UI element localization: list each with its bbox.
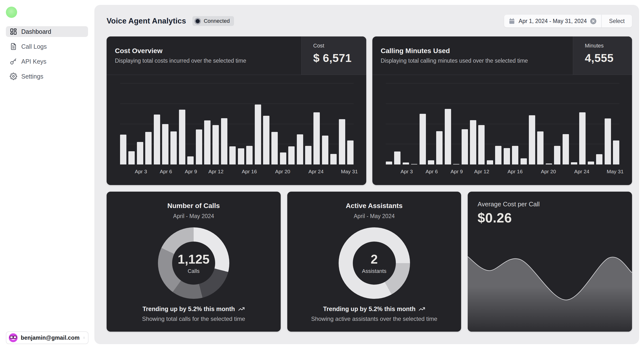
bar bbox=[495, 146, 502, 164]
x-axis-label: Apr 12 bbox=[208, 169, 224, 175]
bar bbox=[170, 131, 177, 164]
select-range-button[interactable]: Select bbox=[602, 15, 632, 28]
bar bbox=[246, 146, 252, 164]
bar bbox=[255, 105, 261, 164]
bar bbox=[478, 125, 484, 164]
bar bbox=[394, 152, 400, 164]
bar bbox=[137, 142, 143, 164]
sidebar-item-dashboard[interactable]: Dashboard bbox=[6, 26, 88, 37]
trend-line: Trending up by 5.2% this month bbox=[142, 305, 245, 312]
bar bbox=[470, 120, 476, 164]
bar bbox=[204, 120, 210, 164]
cost-stat-panel: Cost $ 6,571 bbox=[301, 37, 366, 75]
sidebar-item-api-keys[interactable]: API Keys bbox=[6, 56, 88, 67]
clear-date-button[interactable] bbox=[590, 18, 596, 24]
stat-value: $ 6,571 bbox=[313, 51, 361, 65]
x-axis-label: Apr 3 bbox=[400, 169, 413, 175]
bar bbox=[596, 154, 602, 164]
bar bbox=[605, 118, 611, 164]
trend-subtext: Showing active assistants over the selec… bbox=[311, 315, 437, 322]
bar bbox=[322, 136, 328, 164]
x-axis-label: Apr 16 bbox=[242, 169, 257, 175]
user-avatar bbox=[9, 333, 18, 342]
minutes-stat-panel: Minutes 4,555 bbox=[573, 37, 632, 75]
summary-row: Number of Calls April - May 2024 1,125 C… bbox=[106, 192, 632, 332]
card-header: Calling Minutes Used Displaying total ca… bbox=[372, 37, 632, 75]
card-header: Cost Overview Displaying total costs inc… bbox=[106, 37, 366, 75]
bar bbox=[554, 146, 560, 164]
trend-subtext: Showing total calls for the selected tim… bbox=[142, 315, 245, 322]
bar bbox=[179, 110, 185, 164]
bar bbox=[504, 148, 510, 164]
x-axis-label: Apr 24 bbox=[574, 169, 590, 175]
dashboard-icon bbox=[10, 28, 17, 35]
user-email: benjamin@gmail.com bbox=[21, 334, 80, 341]
bar bbox=[212, 125, 219, 164]
bar bbox=[487, 160, 493, 164]
bar bbox=[546, 163, 552, 164]
card-title: Active Assistants bbox=[346, 202, 402, 210]
bar bbox=[571, 162, 577, 164]
stat-label: Cost bbox=[313, 43, 361, 49]
donut-center-value: 2 bbox=[371, 252, 378, 266]
donut-center-label: Calls bbox=[188, 268, 200, 274]
date-range-control: Apr 1, 2024 - May 31, 2024 Select bbox=[504, 15, 632, 28]
x-axis-label: Apr 20 bbox=[275, 169, 290, 175]
calls-donut-chart: 1,125 Calls bbox=[158, 227, 229, 299]
bar bbox=[263, 116, 270, 164]
status-label: Connected bbox=[204, 18, 230, 24]
card-title: Cost Overview bbox=[115, 47, 293, 55]
bar bbox=[221, 118, 228, 164]
bar bbox=[162, 124, 168, 165]
bar bbox=[187, 156, 194, 164]
card-subtitle: April - May 2024 bbox=[173, 213, 214, 220]
calendar-icon bbox=[508, 18, 515, 25]
x-axis-label: Apr 6 bbox=[160, 169, 172, 175]
x-axis-label: Apr 9 bbox=[450, 169, 463, 175]
date-range-button[interactable]: Apr 1, 2024 - May 31, 2024 bbox=[504, 15, 601, 28]
bar bbox=[520, 158, 527, 164]
main-content: Voice Agent Analytics Connected Apr 1, 2… bbox=[94, 5, 639, 344]
key-icon bbox=[10, 58, 17, 65]
bar bbox=[339, 119, 345, 164]
bar bbox=[288, 146, 294, 164]
donut-center-label: Assistants bbox=[362, 268, 386, 274]
status-dot-icon bbox=[194, 18, 201, 25]
x-axis-label: Apr 20 bbox=[541, 169, 556, 175]
app-logo[interactable] bbox=[6, 7, 17, 18]
minutes-bar-chart: Apr 3Apr 6Apr 9Apr 12Apr 16Apr 20Apr 24M… bbox=[386, 84, 619, 164]
bar bbox=[154, 115, 160, 164]
x-axis-label: May 31 bbox=[607, 169, 624, 175]
bar bbox=[314, 112, 320, 164]
bar bbox=[386, 162, 392, 164]
bar bbox=[562, 134, 569, 164]
bar bbox=[420, 114, 426, 164]
bar bbox=[579, 112, 586, 164]
cost-bar-chart: Apr 3Apr 6Apr 9Apr 12Apr 16Apr 20Apr 24M… bbox=[120, 84, 354, 164]
sidebar-item-call-logs[interactable]: Call Logs bbox=[6, 41, 88, 52]
bar bbox=[529, 115, 535, 164]
bar bbox=[305, 146, 312, 164]
user-account-button[interactable]: benjamin@gmail.com bbox=[6, 331, 88, 344]
bar bbox=[403, 163, 409, 164]
page-title: Voice Agent Analytics bbox=[106, 17, 186, 26]
gear-icon bbox=[10, 73, 17, 80]
x-axis-label: Apr 3 bbox=[135, 169, 147, 175]
sidebar-item-label: Dashboard bbox=[21, 28, 51, 35]
sidebar-item-settings[interactable]: Settings bbox=[6, 71, 88, 82]
trend-line: Trending up by 5.2% this month bbox=[323, 305, 426, 312]
chevrons-up-down-icon bbox=[83, 334, 85, 341]
bar bbox=[229, 146, 236, 164]
card-title: Average Cost per Call bbox=[478, 200, 540, 208]
bar bbox=[347, 141, 354, 164]
stat-value: 4,555 bbox=[585, 51, 627, 65]
x-axis-label: Apr 24 bbox=[308, 169, 324, 175]
sidebar-nav: Dashboard Call Logs API Keys Settings bbox=[6, 26, 88, 82]
status-badge: Connected bbox=[192, 16, 234, 26]
card-title: Number of Calls bbox=[167, 202, 220, 210]
sidebar-item-label: Call Logs bbox=[21, 43, 47, 50]
average-cost-card: Average Cost per Call $0.26 bbox=[468, 192, 632, 332]
x-axis-label: Apr 6 bbox=[426, 169, 438, 175]
bar bbox=[272, 132, 278, 164]
donut-center-value: 1,125 bbox=[178, 252, 210, 266]
